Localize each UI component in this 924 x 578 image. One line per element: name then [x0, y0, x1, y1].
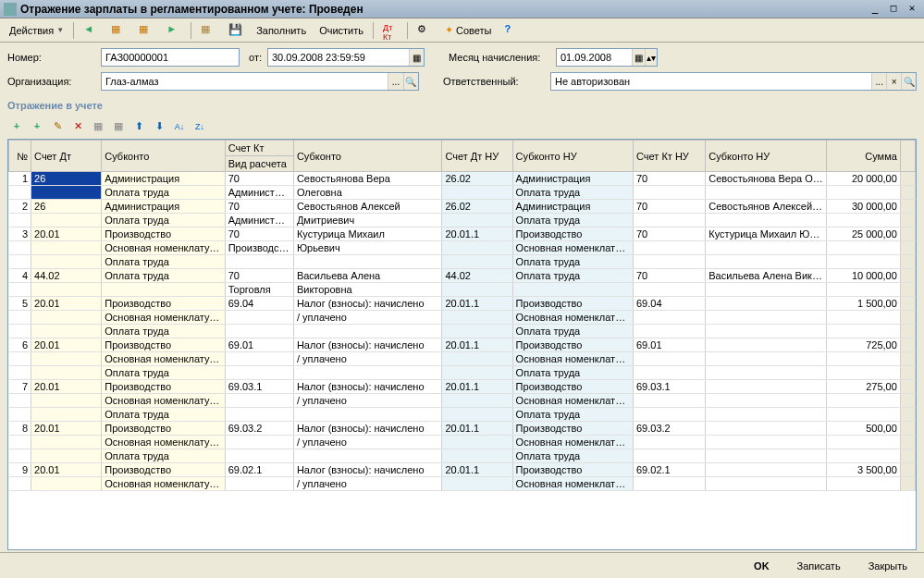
cell[interactable]: 3 500,00 [826, 463, 900, 477]
table-row[interactable]: ТорговляВикторовна [9, 283, 916, 297]
org-select-button[interactable]: ... [388, 73, 402, 90]
cell[interactable]: Налог (взносы): начислено [293, 297, 441, 311]
accounting-table[interactable]: № Счет Дт Субконто Счет Кт Субконто Счет… [7, 139, 917, 550]
cell[interactable] [9, 394, 31, 408]
cell[interactable] [9, 186, 31, 200]
cell[interactable]: Оплата труда [512, 186, 633, 200]
cell[interactable]: Основная номенклатур... [512, 311, 633, 325]
table-row[interactable]: 620.01Производство69.01Налог (взносы): н… [9, 338, 916, 352]
cell[interactable] [31, 325, 102, 338]
toolbar-btn-settings[interactable] [412, 21, 437, 40]
cell[interactable]: Основная номенклатур... [512, 241, 633, 255]
cell[interactable]: Налог (взносы): начислено [293, 463, 441, 477]
cell[interactable]: Производство [102, 422, 225, 436]
cell[interactable]: 30 000,00 [826, 200, 900, 214]
nav-prev-button[interactable] [78, 21, 104, 40]
cell[interactable]: Оплата труда [512, 255, 633, 269]
cell[interactable] [706, 366, 826, 380]
cell[interactable] [634, 241, 706, 255]
cell[interactable]: Производство [512, 380, 633, 394]
cell[interactable]: 44.02 [442, 269, 512, 283]
cell[interactable] [31, 366, 102, 380]
cell[interactable] [102, 283, 225, 297]
cell[interactable] [293, 366, 441, 380]
cell[interactable]: 20.01.1 [442, 297, 512, 311]
cell[interactable] [225, 311, 293, 325]
cell[interactable] [826, 477, 900, 491]
cell[interactable]: 20.01.1 [442, 422, 512, 436]
table-row[interactable]: Оплата трудаОплата труда [9, 255, 916, 269]
cell[interactable] [293, 449, 441, 463]
help-button[interactable] [499, 21, 525, 40]
col-dt[interactable]: Счет Дт [31, 141, 102, 172]
col-sum[interactable]: Сумма [826, 141, 900, 172]
toolbar-btn-dk[interactable]: ДтКт [377, 21, 403, 40]
cell[interactable]: 70 [225, 172, 293, 186]
cell[interactable]: Оплата труда [512, 214, 633, 228]
cell[interactable]: 70 [634, 269, 706, 283]
cell[interactable]: Оплата труда [102, 186, 225, 200]
cell[interactable] [826, 186, 900, 200]
cell[interactable] [9, 352, 31, 366]
cell[interactable]: Администрация [512, 200, 633, 214]
cell[interactable] [442, 477, 512, 491]
row-down-button[interactable] [150, 117, 168, 135]
cell[interactable] [31, 214, 102, 228]
cell[interactable]: 44.02 [31, 269, 102, 283]
cell[interactable] [826, 283, 900, 297]
cell[interactable]: Севостьянова Вера [293, 172, 441, 186]
cell[interactable] [442, 214, 512, 228]
cell[interactable]: Основная номенклатур... [512, 352, 633, 366]
cell[interactable]: 20.01.1 [442, 380, 512, 394]
cell[interactable]: Основная номенклатур... [512, 436, 633, 449]
table-row[interactable]: Оплата трудаОплата труда [9, 449, 916, 463]
cell[interactable] [225, 477, 293, 491]
cell[interactable]: 69.03.1 [634, 380, 706, 394]
cell[interactable]: 69.03.2 [225, 422, 293, 436]
cell[interactable]: 69.04 [225, 297, 293, 311]
cell[interactable]: Основная номенклатур... [102, 477, 225, 491]
cell[interactable] [826, 366, 900, 380]
cell[interactable] [31, 352, 102, 366]
cell[interactable] [9, 325, 31, 338]
table-row[interactable]: Оплата трудаОплата труда [9, 408, 916, 422]
toolbar-btn-5[interactable] [195, 21, 221, 40]
table-row[interactable]: Основная номенклатур.../ уплаченоОсновна… [9, 477, 916, 491]
cell[interactable] [293, 408, 441, 422]
table-row[interactable]: 126Администрация70Севостьянова Вера26.02… [9, 172, 916, 186]
cell[interactable] [9, 477, 31, 491]
cell[interactable]: 20.01.1 [442, 228, 512, 241]
nav-next-button[interactable] [161, 21, 187, 40]
cell[interactable]: 69.03.2 [634, 422, 706, 436]
cell[interactable] [442, 241, 512, 255]
table-row[interactable]: Основная номенклатур...ПроизводствоЮрьев… [9, 241, 916, 255]
cell[interactable] [31, 255, 102, 269]
cell[interactable] [442, 366, 512, 380]
cell[interactable]: Производство [512, 422, 633, 436]
cell[interactable]: Производство [102, 297, 225, 311]
cell[interactable] [706, 186, 826, 200]
table-row[interactable]: 520.01Производство69.04Налог (взносы): н… [9, 297, 916, 311]
col-sub2[interactable]: Субконто [293, 141, 441, 172]
cell[interactable]: 69.01 [634, 338, 706, 352]
toolbar-btn-3[interactable] [133, 21, 159, 40]
cell[interactable]: 20.01.1 [442, 463, 512, 477]
cell[interactable]: Основная номенклатур... [512, 477, 633, 491]
cell[interactable]: 20.01 [31, 297, 102, 311]
close-button-footer[interactable]: Закрыть [859, 558, 917, 574]
cell[interactable] [634, 449, 706, 463]
table-row[interactable]: 920.01Производство69.02.1Налог (взносы):… [9, 463, 916, 477]
table-row[interactable]: Основная номенклатур.../ уплаченоОсновна… [9, 311, 916, 325]
save-button[interactable]: Записать [788, 558, 850, 574]
cell[interactable]: 26 [31, 172, 102, 186]
toolbar-btn-2[interactable] [105, 21, 131, 40]
fill-button[interactable]: Заполнить [251, 23, 312, 38]
resp-input[interactable] [551, 73, 871, 90]
cell[interactable]: Основная номенклатур... [102, 352, 225, 366]
clear-button[interactable]: Очистить [314, 23, 369, 38]
cell[interactable] [9, 311, 31, 325]
cell[interactable]: Оплата труда [512, 325, 633, 338]
cell[interactable] [706, 241, 826, 255]
cell[interactable]: Производство [512, 463, 633, 477]
cell[interactable] [826, 352, 900, 366]
